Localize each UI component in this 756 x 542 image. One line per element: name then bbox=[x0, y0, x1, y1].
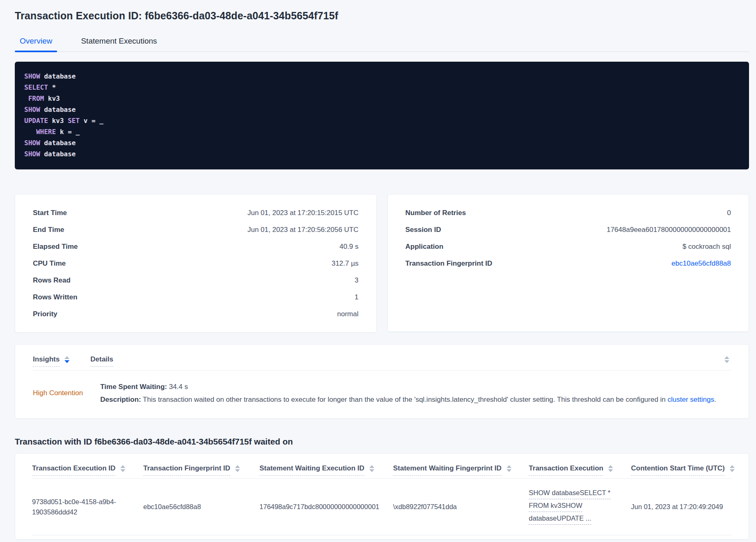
kv-value: Jun 01, 2023 at 17:20:15:2015 UTC bbox=[247, 209, 358, 217]
kv-value: 312.7 µs bbox=[332, 259, 359, 268]
sql-line: FROM kv3 bbox=[24, 93, 740, 104]
kv-label: Number of Retries bbox=[406, 209, 466, 217]
kv-row-rows-written: Rows Written 1 bbox=[33, 289, 359, 306]
sort-icon[interactable] bbox=[730, 465, 735, 472]
sort-up-icon bbox=[369, 465, 374, 468]
sort-down-icon bbox=[608, 469, 613, 472]
kv-value: $ cockroach sql bbox=[682, 243, 731, 251]
waited-on-header-row: Transaction Execution ID Transaction Fin… bbox=[32, 454, 732, 479]
column-header-transaction-fingerprint-id[interactable]: Transaction Fingerprint ID bbox=[143, 454, 260, 479]
sql-line: SHOW database bbox=[24, 148, 740, 160]
sort-icon[interactable] bbox=[235, 465, 240, 472]
insights-header-label[interactable]: Insights bbox=[33, 355, 60, 367]
sql-statements-box: SHOW database SELECT * FROM kv3 SHOW dat… bbox=[15, 62, 749, 169]
kv-value: normal bbox=[337, 310, 359, 318]
insight-details: Time Spent Waiting: 34.4 s Description: … bbox=[100, 380, 731, 406]
cell-transaction-fingerprint-id: ebc10ae56cfd88a8 bbox=[143, 479, 260, 535]
cell-statement-waiting-fingerprint-id: \xdb8922f077541dda bbox=[393, 479, 529, 535]
kv-value: 40.9 s bbox=[339, 243, 358, 251]
waited-on-table: Transaction Execution ID Transaction Fin… bbox=[32, 454, 732, 535]
kv-value: 17648a9eea6017800000000000000001 bbox=[606, 226, 731, 234]
summary-cards-row: Start Time Jun 01, 2023 at 17:20:15:2015… bbox=[15, 194, 749, 333]
page-title: Transaction Execution ID: f6be6366-da03-… bbox=[15, 10, 749, 22]
column-header-transaction-execution[interactable]: Transaction Execution bbox=[529, 454, 631, 479]
sort-down-icon bbox=[730, 469, 735, 472]
kv-row-application: Application $ cockroach sql bbox=[406, 238, 731, 255]
kv-label: Priority bbox=[33, 310, 58, 318]
sort-up-icon bbox=[730, 465, 735, 468]
sort-icon[interactable] bbox=[608, 465, 613, 472]
session-card: Number of Retries 0 Session ID 17648a9ee… bbox=[387, 194, 749, 332]
sql-line: SELECT * bbox=[24, 82, 740, 93]
cluster-settings-link[interactable]: cluster settings bbox=[668, 396, 714, 403]
sort-icon[interactable] bbox=[65, 356, 69, 363]
tab-statement-executions[interactable]: Statement Executions bbox=[76, 33, 162, 51]
insight-type-badge: High Contention bbox=[33, 389, 100, 397]
cell-statement-waiting-execution-id: 176498a9c717bdc80000000000000001 bbox=[259, 479, 393, 535]
kv-label: Session ID bbox=[406, 226, 441, 234]
sort-up-icon bbox=[235, 465, 240, 468]
sql-line: SHOW database bbox=[24, 104, 740, 115]
kv-label: Rows Written bbox=[33, 293, 77, 301]
transaction-execution-preview-link[interactable]: databaseUPDATE ... bbox=[529, 513, 591, 525]
transaction-execution-preview-link[interactable]: SHOW databaseSELECT * bbox=[529, 488, 611, 499]
timing-card: Start Time Jun 01, 2023 at 17:20:15:2015… bbox=[15, 194, 377, 333]
sql-line: WHERE k = _ bbox=[24, 126, 740, 137]
kv-row-priority: Priority normal bbox=[33, 306, 359, 322]
kv-row-elapsed-time: Elapsed Time 40.9 s bbox=[33, 238, 359, 255]
sql-line: SHOW database bbox=[24, 71, 740, 82]
kv-row-retries: Number of Retries 0 bbox=[406, 204, 731, 221]
column-header-statement-waiting-fingerprint-id[interactable]: Statement Waiting Fingerprint ID bbox=[393, 454, 529, 479]
waited-on-row: 9738d051-bc0e-4158-a9b4-1903586ddd42 ebc… bbox=[32, 479, 732, 535]
tab-bar: Overview Statement Executions bbox=[15, 33, 749, 52]
kv-row-rows-read: Rows Read 3 bbox=[33, 272, 359, 289]
kv-row-session-id: Session ID 17648a9eea6017800000000000000… bbox=[406, 221, 731, 238]
kv-row-cpu-time: CPU Time 312.7 µs bbox=[33, 255, 359, 272]
sort-up-icon bbox=[65, 356, 69, 359]
kv-value: 0 bbox=[727, 209, 731, 217]
kv-label: Start Time bbox=[33, 209, 67, 217]
sort-icon[interactable] bbox=[507, 465, 512, 472]
kv-row-end-time: End Time Jun 01, 2023 at 17:20:56:2056 U… bbox=[33, 221, 359, 238]
kv-label: Transaction Fingerprint ID bbox=[406, 259, 493, 268]
sort-icon[interactable] bbox=[724, 356, 729, 363]
kv-label: End Time bbox=[33, 226, 64, 234]
kv-value: Jun 01, 2023 at 17:20:56:2056 UTC bbox=[247, 226, 358, 234]
sort-up-icon bbox=[724, 356, 729, 359]
kv-value: 1 bbox=[355, 293, 358, 301]
insights-card: Insights Details High Contention Time Sp… bbox=[15, 344, 749, 419]
time-spent-waiting: Time Spent Waiting: 34.4 s bbox=[100, 380, 731, 393]
kv-row-transaction-fingerprint-id: Transaction Fingerprint ID ebc10ae56cfd8… bbox=[406, 255, 731, 272]
column-header-contention-start-time[interactable]: Contention Start Time (UTC) bbox=[631, 454, 732, 479]
cell-transaction-execution-id: 9738d051-bc0e-4158-a9b4-1903586ddd42 bbox=[32, 479, 143, 535]
sql-line: SHOW database bbox=[24, 137, 740, 148]
sort-up-icon bbox=[507, 465, 512, 468]
sort-icon[interactable] bbox=[120, 465, 125, 472]
insights-column-header[interactable]: Insights bbox=[33, 355, 90, 364]
sort-down-icon bbox=[65, 360, 69, 363]
waited-on-table-card: Transaction Execution ID Transaction Fin… bbox=[15, 453, 749, 540]
kv-label: Rows Read bbox=[33, 276, 71, 285]
column-header-transaction-execution-id[interactable]: Transaction Execution ID bbox=[32, 454, 143, 479]
insights-table-header: Insights Details bbox=[33, 345, 731, 371]
transaction-execution-preview-link[interactable]: FROM kv3SHOW bbox=[529, 500, 582, 512]
kv-label: Application bbox=[406, 243, 444, 251]
sort-icon[interactable] bbox=[369, 465, 374, 472]
kv-row-start-time: Start Time Jun 01, 2023 at 17:20:15:2015… bbox=[33, 204, 359, 221]
waited-on-heading: Transaction with ID f6be6366-da03-48de-a… bbox=[15, 437, 749, 447]
sort-up-icon bbox=[608, 465, 613, 468]
sort-down-icon bbox=[120, 469, 125, 472]
transaction-execution-page: Transaction Execution ID: f6be6366-da03-… bbox=[0, 0, 756, 540]
details-header-label[interactable]: Details bbox=[90, 355, 113, 367]
cell-contention-start-time: Jun 01, 2023 at 17:20:49:2049 bbox=[631, 479, 732, 535]
tab-overview[interactable]: Overview bbox=[15, 33, 57, 51]
kv-label: Elapsed Time bbox=[33, 243, 78, 251]
sort-down-icon bbox=[507, 469, 512, 472]
sort-down-icon bbox=[724, 360, 729, 363]
transaction-fingerprint-link[interactable]: ebc10ae56cfd88a8 bbox=[671, 259, 731, 268]
insight-description: Description: This transaction waited on … bbox=[100, 393, 731, 406]
sql-line: UPDATE kv3 SET v = _ bbox=[24, 115, 740, 126]
column-header-statement-waiting-execution-id[interactable]: Statement Waiting Execution ID bbox=[259, 454, 393, 479]
sort-up-icon bbox=[120, 465, 125, 468]
cell-transaction-execution: SHOW databaseSELECT * FROM kv3SHOW datab… bbox=[529, 479, 631, 535]
